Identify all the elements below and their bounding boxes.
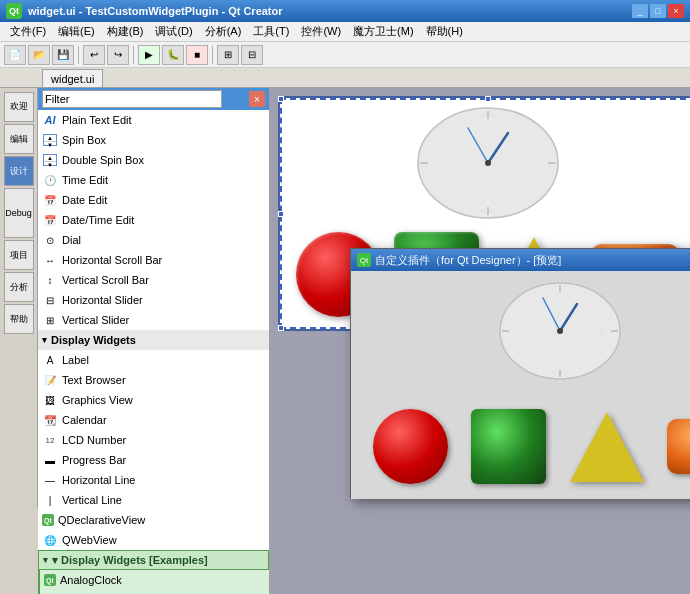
panel-analyze[interactable]: 分析 [4,272,34,302]
svg-point-17 [557,328,563,334]
filter-input[interactable] [42,90,222,108]
preview-clock-widget [495,276,625,386]
menu-magic[interactable]: 魔方卫士(M) [347,22,420,41]
sidebar-item-v-slider[interactable]: ⊞ Vertical Slider [38,310,269,330]
clock-svg [413,103,563,223]
toolbar-grid[interactable]: ⊟ [241,45,263,65]
analogclock-icon: Qt [44,574,56,586]
sidebar-item-text-browser[interactable]: 📝 Text Browser [38,370,269,390]
app-icon: Qt [6,3,22,19]
text-browser-icon: 📝 [42,372,58,388]
canvas-area: Qt 自定义插件（for Qt Designer）- [预览] _ □ × [270,88,690,594]
main-toolbar: 📄 📂 💾 ↩ ↪ ▶ 🐛 ■ ⊞ ⊟ [0,42,690,68]
spin-box-icon: ▲ ▼ [42,132,58,148]
panel-debug[interactable]: Debug [4,188,34,238]
toolbar-align[interactable]: ⊞ [217,45,239,65]
toolbar-separator-2 [133,46,134,64]
left-panel: 欢迎 编辑 设计 Debug 项目 分析 帮助 [0,88,38,508]
double-spin-box-icon: ▲ ▼ [42,152,58,168]
sidebar-item-datetime-edit[interactable]: 📅 Date/Time Edit [38,210,269,230]
preview-shape-triangle [570,412,644,482]
window-controls[interactable]: _ □ × [632,4,684,18]
preview-clock-svg [495,276,625,386]
sidebar-item-vertical-line[interactable]: | Vertical Line [38,490,269,510]
widget-sidebar: × AI Plain Text Edit ▲ ▼ Spin Box [38,88,270,594]
sidebar-item-led-widgets[interactable]: ● Led Widgets [38,590,269,594]
sidebar-item-dial[interactable]: ⊙ Dial [38,230,269,250]
toolbar-debug-run[interactable]: 🐛 [162,45,184,65]
handle-tl [278,96,284,102]
sidebar-item-h-scroll-bar[interactable]: ↔ Horizontal Scroll Bar [38,250,269,270]
panel-help[interactable]: 帮助 [4,304,34,334]
close-button[interactable]: × [668,4,684,18]
sidebar-item-v-scroll-bar[interactable]: ↕ Vertical Scroll Bar [38,270,269,290]
sidebar-item-lcd-number[interactable]: 12 LCD Number [38,430,269,450]
preview-title-bar: Qt 自定义插件（for Qt Designer）- [预览] _ □ × [351,249,690,271]
tab-widget-ui-label[interactable]: widget.ui [42,69,103,87]
tab-widget-ui[interactable]: widget.ui [42,69,105,87]
sidebar-item-spin-box[interactable]: ▲ ▼ Spin Box [38,130,269,150]
toolbar-undo[interactable]: ↩ [83,45,105,65]
toolbar-open[interactable]: 📂 [28,45,50,65]
main-area: × AI Plain Text Edit ▲ ▼ Spin Box [38,88,690,594]
sidebar-item-label[interactable]: A Label [38,350,269,370]
menu-edit[interactable]: 编辑(E) [52,22,101,41]
v-slider-icon: ⊞ [42,312,58,328]
sidebar-item-time-edit[interactable]: 🕐 Time Edit [38,170,269,190]
preview-content [351,271,690,499]
panel-project[interactable]: 项目 [4,240,34,270]
menu-analyze[interactable]: 分析(A) [199,22,248,41]
sidebar-list: AI Plain Text Edit ▲ ▼ Spin Box ▲ ▼ [38,110,269,594]
v-scroll-bar-icon: ↕ [42,272,58,288]
menu-file[interactable]: 文件(F) [4,22,52,41]
sidebar-item-qwebview[interactable]: 🌐 QWebView [38,530,269,550]
sidebar-item-date-edit[interactable]: 📅 Date Edit [38,190,269,210]
date-edit-icon: 📅 [42,192,58,208]
lcd-number-icon: 12 [42,432,58,448]
preview-shape-roundrect [667,419,690,474]
menu-debug[interactable]: 调试(D) [149,22,198,41]
toolbar-separator-3 [212,46,213,64]
sidebar-item-calendar[interactable]: 📆 Calendar [38,410,269,430]
h-scroll-bar-icon: ↔ [42,252,58,268]
sidebar-item-graphics-view[interactable]: 🖼 Graphics View [38,390,269,410]
panel-design[interactable]: 设计 [4,156,34,186]
maximize-button[interactable]: □ [650,4,666,18]
toolbar-new[interactable]: 📄 [4,45,26,65]
sidebar-item-qdeclarativeview[interactable]: Qt QDeclarativeView [38,510,269,530]
title-bar: Qt widget.ui - TestCustomWidgetPlugin - … [0,0,690,22]
handle-tm [485,96,491,102]
sidebar-item-analogclock[interactable]: Qt AnalogClock [38,570,269,590]
preview-shape-square [471,409,546,484]
toolbar-separator-1 [78,46,79,64]
sidebar-item-progress-bar[interactable]: ▬ Progress Bar [38,450,269,470]
sidebar-item-double-spin-box[interactable]: ▲ ▼ Double Spin Box [38,150,269,170]
toolbar-redo[interactable]: ↪ [107,45,129,65]
panel-welcome[interactable]: 欢迎 [4,92,34,122]
time-edit-icon: 🕐 [42,172,58,188]
toolbar-run[interactable]: ▶ [138,45,160,65]
sidebar-item-horizontal-line[interactable]: — Horizontal Line [38,470,269,490]
menu-bar: 文件(F) 编辑(E) 构建(B) 调试(D) 分析(A) 工具(T) 控件(W… [0,22,690,42]
menu-widgets[interactable]: 控件(W) [295,22,347,41]
section-display-widgets[interactable]: Display Widgets [38,330,269,350]
qwebview-icon: 🌐 [42,532,58,548]
minimize-button[interactable]: _ [632,4,648,18]
vertical-line-icon: | [42,492,58,508]
panel-edit[interactable]: 编辑 [4,124,34,154]
handle-bl [278,325,284,331]
handle-ml [278,211,284,217]
preview-window[interactable]: Qt 自定义插件（for Qt Designer）- [预览] _ □ × [350,248,690,498]
menu-build[interactable]: 构建(B) [101,22,150,41]
horizontal-line-icon: — [42,472,58,488]
section-display-widgets-examples[interactable]: ▾ Display Widgets [Examples] [38,550,269,570]
filter-close-button[interactable]: × [249,91,265,107]
sidebar-item-plain-text-edit[interactable]: AI Plain Text Edit [38,110,269,130]
preview-triangle-wrapper [570,412,644,482]
h-slider-icon: ⊟ [42,292,58,308]
sidebar-item-h-slider[interactable]: ⊟ Horizontal Slider [38,290,269,310]
menu-tools[interactable]: 工具(T) [247,22,295,41]
menu-help[interactable]: 帮助(H) [420,22,469,41]
toolbar-save[interactable]: 💾 [52,45,74,65]
toolbar-stop[interactable]: ■ [186,45,208,65]
